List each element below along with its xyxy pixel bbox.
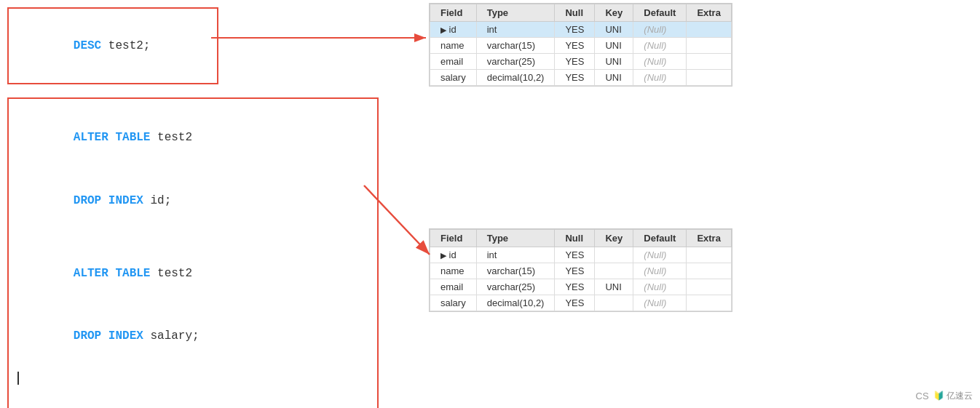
cell-null: YES [555,247,595,263]
alter-kw-1: ALTER TABLE [74,131,151,144]
cell-type: varchar(15) [476,263,555,279]
cell-null: YES [555,38,595,54]
cell-default: (Null) [633,247,687,263]
cell-default: (Null) [633,54,687,70]
table2-header-default: Default [633,230,687,247]
svg-line-3 [364,185,430,255]
cell-null: YES [555,54,595,70]
cell-extra [687,295,732,311]
watermark-cs: CS [916,391,929,401]
cell-default: (Null) [633,279,687,295]
cell-null: YES [555,263,595,279]
cell-extra [687,263,732,279]
table-row: emailvarchar(25)YESUNI(Null) [430,54,732,70]
table-row: salarydecimal(10,2)YES(Null) [430,295,732,311]
table-row: namevarchar(15)YES(Null) [430,263,732,279]
table2-header-null: Null [555,230,595,247]
cell-type: decimal(10,2) [476,70,555,86]
cell-type: decimal(10,2) [476,295,555,311]
cell-default: (Null) [633,38,687,54]
cell-type: varchar(25) [476,279,555,295]
row-arrow: ▶ id [430,22,477,38]
table1-header-extra: Extra [687,4,732,22]
cell-extra [687,54,732,70]
cell-extra [687,279,732,295]
drop-kw-1: DROP INDEX [74,194,143,207]
cell-key: UNI [595,38,633,54]
cell-extra [687,22,732,38]
table1-wrapper: Field Type Null Key Default Extra ▶ idin… [430,4,732,86]
cell-type: int [476,247,555,263]
table1-header-key: Key [595,4,633,22]
cell-default: (Null) [633,70,687,86]
drop-kw-2: DROP INDEX [74,329,143,343]
row-arrow: email [430,54,477,70]
desc-box: DESC test2; [7,7,218,84]
cell-default: (Null) [633,263,687,279]
cell-default: (Null) [633,295,687,311]
row-arrow: email [430,279,477,295]
cell-type: int [476,22,555,38]
cell-key: UNI [595,54,633,70]
arrow2 [357,182,473,269]
cell-default: (Null) [633,22,687,38]
cell-key [595,295,633,311]
table-row: salarydecimal(10,2)YESUNI(Null) [430,70,732,86]
alter-kw-2: ALTER TABLE [74,267,151,280]
cell-extra [687,247,732,263]
cell-key: UNI [595,279,633,295]
table1-header-null: Null [555,4,595,22]
cell-key [595,263,633,279]
cell-key: UNI [595,70,633,86]
code-panel: DESC test2; ALTER TABLE test2 DROP INDEX… [7,7,386,401]
table2: Field Type Null Key Default Extra ▶ idin… [430,229,732,311]
row-arrow: salary [430,70,477,86]
table-row: emailvarchar(25)YESUNI(Null) [430,279,732,295]
table2-header-extra: Extra [687,230,732,247]
cell-key [595,247,633,263]
desc-rest: test2; [101,39,150,52]
table1: Field Type Null Key Default Extra ▶ idin… [430,4,732,86]
cell-null: YES [555,70,595,86]
cell-extra [687,38,732,54]
desc-keyword: DESC [74,39,101,52]
table-row: namevarchar(15)YESUNI(Null) [430,38,732,54]
cell-type: varchar(25) [476,54,555,70]
cell-extra [687,70,732,86]
watermark: CS 🔰 亿速云 [916,390,973,402]
cell-null: YES [555,295,595,311]
arrow1 [208,31,433,45]
table2-wrapper: Field Type Null Key Default Extra ▶ idin… [430,229,732,311]
table2-header-key: Key [595,230,633,247]
cell-null: YES [555,279,595,295]
table1-header-field: Field [430,4,477,22]
cell-type: varchar(15) [476,38,555,54]
alter-box: ALTER TABLE test2 DROP INDEX id; ALTER T… [7,97,379,408]
table1-header-type: Type [476,4,555,22]
row-arrow: salary [430,295,477,311]
cell-null: YES [555,22,595,38]
table-row: ▶ idintYESUNI(Null) [430,22,732,38]
cell-key: UNI [595,22,633,38]
row-arrow: name [430,38,477,54]
watermark-logo: 🔰 亿速云 [933,390,973,402]
table1-header-default: Default [633,4,687,22]
table-row: ▶ idintYES(Null) [430,247,732,263]
table2-header-type: Type [476,230,555,247]
